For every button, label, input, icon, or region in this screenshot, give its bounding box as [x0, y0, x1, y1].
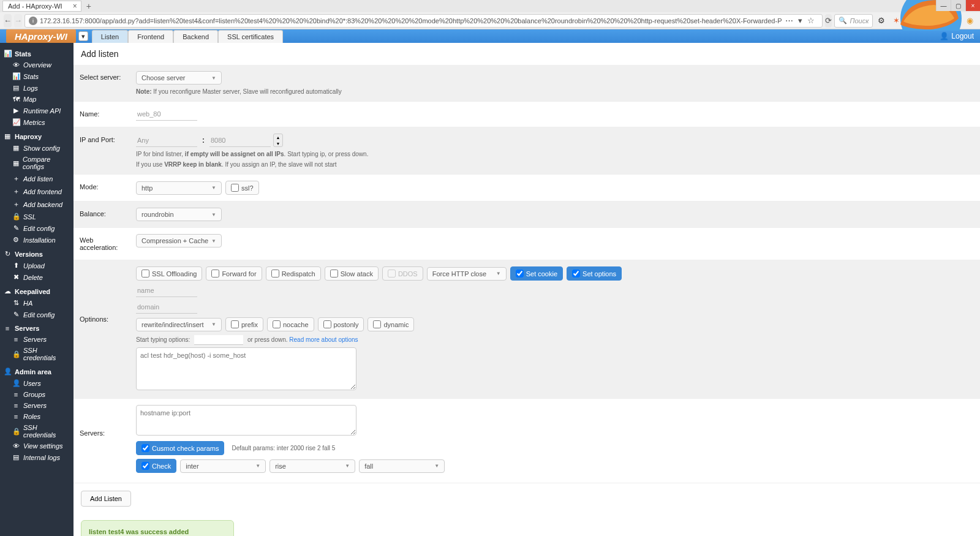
- sidebar-item-ssh-credentials[interactable]: 🔒SSH credentials: [4, 422, 70, 440]
- ext-icon-4[interactable]: ⛔: [919, 15, 932, 27]
- check-checkbox[interactable]: Check: [136, 459, 176, 473]
- window-close[interactable]: ×: [965, 0, 980, 11]
- sidebar-item-servers[interactable]: ≡Servers: [4, 334, 70, 345]
- sidebar-item-roles[interactable]: ≡Roles: [4, 411, 70, 422]
- sidebar-item-ha[interactable]: ⇅HA: [4, 297, 70, 309]
- sidebar-item-installation[interactable]: ⚙Installation: [4, 234, 70, 246]
- sidebar-item-metrics[interactable]: 📈Metrics: [4, 116, 70, 128]
- sidebar-item-logs[interactable]: ▤Logs: [4, 82, 70, 94]
- cookie-nocache[interactable]: nocache: [267, 317, 314, 331]
- rise-select[interactable]: rise▼: [270, 459, 355, 473]
- sidebar-head-stats[interactable]: 📊Stats: [4, 48, 70, 59]
- sidebar-icon: 🗺: [12, 96, 20, 103]
- nav-forward[interactable]: →: [14, 14, 22, 28]
- sidebar-item-servers[interactable]: ≡Servers: [4, 400, 70, 411]
- sidebar-head-versions[interactable]: ↻Versions: [4, 248, 70, 260]
- sidebar-item-edit-config[interactable]: ✎Edit config: [4, 222, 70, 234]
- ext-icon-3[interactable]: ⛶: [905, 15, 917, 27]
- window-minimize[interactable]: —: [936, 0, 951, 11]
- sidebar-icon: ↻: [4, 250, 11, 258]
- sidebar-item-overview[interactable]: 👁Overview: [4, 59, 70, 70]
- name-input[interactable]: [136, 108, 197, 121]
- option-redispatch[interactable]: Redispatch: [266, 266, 321, 281]
- tab-frontend[interactable]: Frontend: [128, 30, 173, 43]
- sidebar-head-haproxy[interactable]: ▦Haproxy: [4, 130, 70, 142]
- window-maximize[interactable]: ▢: [951, 0, 965, 11]
- webaccel-select[interactable]: Compression + Cache▼: [136, 234, 222, 247]
- tab-ssl-certificates[interactable]: SSL certificates: [218, 30, 283, 43]
- browser-search[interactable]: 🔍 Поиск: [834, 14, 873, 28]
- mode-select[interactable]: http▼: [136, 181, 222, 195]
- tab-backend[interactable]: Backend: [173, 30, 218, 43]
- sidebar-head-keepalived[interactable]: ☁Keepalived: [4, 285, 70, 297]
- option-set-cookie[interactable]: Set cookie: [510, 266, 563, 281]
- fall-select[interactable]: fall▼: [359, 459, 445, 473]
- sidebar-item-ssl[interactable]: 🔒SSL: [4, 211, 70, 222]
- option-forward-for[interactable]: Forward for: [206, 266, 262, 281]
- sidebar-item-add-frontend[interactable]: ＋Add frontend: [4, 185, 70, 198]
- option-slow-atack[interactable]: Slow atack: [325, 266, 379, 281]
- tab-close-icon[interactable]: ×: [73, 2, 77, 10]
- sidebar-icon: 📊: [12, 72, 20, 80]
- cookie-domain-input[interactable]: [136, 301, 197, 314]
- browser-tab[interactable]: Add - HAproxy-WI ×: [2, 1, 81, 12]
- url-bar[interactable]: i 172.23.16.157:8000/app/add.py?add=list…: [24, 14, 823, 28]
- sidebar-item-users[interactable]: 👤Users: [4, 377, 70, 389]
- brand-logo: HAproxy-WI: [6, 29, 76, 43]
- cookie-prefix[interactable]: prefix: [225, 317, 263, 331]
- site-info-icon[interactable]: i: [29, 17, 37, 25]
- sidebar-item-runtime-api[interactable]: ▶Runtime API: [4, 105, 70, 116]
- server-select[interactable]: Choose server▼: [136, 71, 222, 85]
- ext-icon-7[interactable]: ◉: [963, 15, 976, 27]
- balance-select[interactable]: roundrobin▼: [136, 208, 222, 221]
- option-ssl-offloading[interactable]: SSL Offloading: [136, 266, 202, 281]
- logout-link[interactable]: 👤 Logout: [940, 32, 974, 40]
- sidebar-item-internal-logs[interactable]: ▤Internal logs: [4, 451, 70, 463]
- cookie-dynamic[interactable]: dynamic: [368, 317, 414, 331]
- cookie-name-input[interactable]: [136, 284, 197, 297]
- options-typeahead[interactable]: [194, 335, 243, 345]
- sidebar-item-groups[interactable]: ≡Groups: [4, 389, 70, 400]
- port-input[interactable]: [209, 134, 271, 147]
- force-http-select[interactable]: Force HTTP close▼: [427, 267, 507, 281]
- options-textarea[interactable]: [136, 347, 356, 390]
- sidebar-item-upload[interactable]: ⬆Upload: [4, 260, 70, 271]
- ext-icon-6[interactable]: ◐: [949, 15, 961, 27]
- sidebar-item-stats[interactable]: 📊Stats: [4, 70, 70, 82]
- add-listen-button[interactable]: Add Listen: [81, 491, 131, 507]
- sidebar-item-view-settings[interactable]: 👁View settings: [4, 440, 70, 451]
- option-ddos: DDOS: [382, 266, 423, 281]
- sidebar-item-show-config[interactable]: ▦Show config: [4, 142, 70, 154]
- help-button[interactable]: ▾: [78, 31, 88, 41]
- sidebar-head-servers[interactable]: ≡Servers: [4, 323, 70, 334]
- url-shield-icon[interactable]: ▾: [798, 16, 802, 25]
- sidebar-item-compare-configs[interactable]: ▦Compare configs: [4, 154, 70, 172]
- cookie-postonly[interactable]: postonly: [318, 317, 364, 331]
- option-set-options[interactable]: Set options: [567, 266, 622, 281]
- port-spinner[interactable]: ▲▼: [273, 134, 283, 147]
- sidebar-item-map[interactable]: 🗺Map: [4, 94, 70, 105]
- ext-icon-2[interactable]: ✶: [890, 15, 902, 27]
- ext-icon-5[interactable]: ▦: [934, 15, 946, 27]
- nav-back[interactable]: ←: [4, 14, 12, 28]
- sidebar-item-add-listen[interactable]: ＋Add listen: [4, 172, 70, 185]
- sidebar-item-ssh-credentials[interactable]: 🔒SSH credentials: [4, 345, 70, 363]
- ip-input[interactable]: [136, 134, 197, 147]
- inter-select[interactable]: inter▼: [180, 459, 266, 473]
- ext-icon-1[interactable]: ⚙: [875, 15, 888, 27]
- sidebar-icon: 📊: [4, 50, 11, 58]
- sidebar-item-delete[interactable]: ✖Delete: [4, 271, 70, 283]
- url-more-icon[interactable]: ⋯: [785, 16, 793, 25]
- sidebar-item-edit-config[interactable]: ✎Edit config: [4, 309, 70, 320]
- servers-textarea[interactable]: [136, 405, 356, 436]
- custom-check-params[interactable]: Cusmot check params: [136, 441, 224, 455]
- new-tab-button[interactable]: +: [81, 1, 96, 11]
- tab-listen[interactable]: Listen: [92, 30, 128, 43]
- rewrite-select[interactable]: rewrite/indirect/insert▼: [136, 318, 222, 331]
- ssl-checkbox[interactable]: ssl?: [225, 181, 259, 195]
- sidebar-head-admin-area[interactable]: 👤Admin area: [4, 366, 70, 377]
- sidebar-item-add-backend[interactable]: ＋Add backend: [4, 198, 70, 211]
- read-more-link[interactable]: Read more about options: [289, 336, 358, 343]
- url-star-icon[interactable]: ☆: [807, 16, 815, 25]
- reload-button[interactable]: ⟳: [825, 14, 832, 28]
